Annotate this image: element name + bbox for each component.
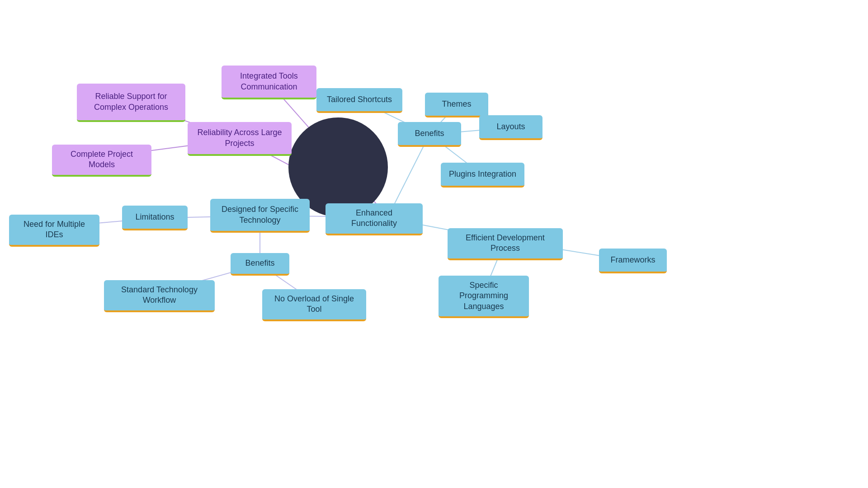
node-reliable-support[interactable]: Reliable Support for Complex Operations bbox=[77, 84, 185, 122]
node-label-benefits-right: Benefits bbox=[415, 128, 444, 139]
node-label-frameworks: Frameworks bbox=[610, 255, 655, 265]
node-designed-specific[interactable]: Designed for Specific Technology bbox=[210, 199, 310, 233]
node-label-no-overload: No Overload of Single Tool bbox=[269, 294, 359, 315]
node-efficient-dev[interactable]: Efficient Development Process bbox=[448, 228, 563, 260]
node-limitations[interactable]: Limitations bbox=[122, 206, 188, 230]
node-label-layouts: Layouts bbox=[496, 122, 525, 132]
node-label-plugins-integration: Plugins Integration bbox=[449, 169, 516, 179]
node-label-efficient-dev: Efficient Development Process bbox=[455, 233, 556, 254]
node-tailored-shortcuts[interactable]: Tailored Shortcuts bbox=[316, 88, 402, 113]
node-enhanced-functionality[interactable]: Enhanced Functionality bbox=[326, 203, 423, 235]
node-specific-programming[interactable]: Specific Programming Languages bbox=[439, 276, 529, 318]
node-label-specific-programming: Specific Programming Languages bbox=[446, 280, 522, 312]
node-no-overload[interactable]: No Overload of Single Tool bbox=[262, 289, 366, 321]
node-label-standard-workflow: Standard Technology Workflow bbox=[111, 285, 208, 306]
node-integrated-tools[interactable]: Integrated Tools Communication bbox=[222, 66, 316, 99]
node-need-multiple[interactable]: Need for Multiple IDEs bbox=[9, 215, 99, 247]
node-themes[interactable]: Themes bbox=[425, 93, 488, 117]
node-standard-workflow[interactable]: Standard Technology Workflow bbox=[104, 280, 215, 312]
node-label-reliable-support: Reliable Support for Complex Operations bbox=[84, 91, 178, 113]
node-label-themes: Themes bbox=[442, 99, 471, 109]
node-label-reliability: Reliability Across Large Projects bbox=[197, 127, 282, 149]
node-label-designed-specific: Designed for Specific Technology bbox=[217, 204, 302, 225]
node-frameworks[interactable]: Frameworks bbox=[599, 249, 667, 273]
node-layouts[interactable]: Layouts bbox=[479, 115, 542, 140]
node-complete-models[interactable]: Complete Project Models bbox=[52, 145, 151, 177]
node-benefits-bottom[interactable]: Benefits bbox=[231, 253, 289, 276]
node-reliability[interactable]: Reliability Across Large Projects bbox=[188, 122, 292, 156]
node-label-tailored-shortcuts: Tailored Shortcuts bbox=[327, 94, 392, 105]
node-label-benefits-bottom: Benefits bbox=[245, 258, 274, 268]
node-label-enhanced-functionality: Enhanced Functionality bbox=[333, 208, 415, 229]
mindmap-container: Reliability Across Large ProjectsReliabl… bbox=[0, 0, 868, 488]
node-benefits-right[interactable]: Benefits bbox=[398, 122, 461, 147]
node-label-complete-models: Complete Project Models bbox=[59, 149, 144, 170]
connections-svg bbox=[0, 0, 868, 488]
node-label-limitations: Limitations bbox=[135, 212, 174, 222]
node-plugins-integration[interactable]: Plugins Integration bbox=[441, 163, 524, 188]
node-label-integrated-tools: Integrated Tools Communication bbox=[229, 71, 309, 92]
node-label-need-multiple: Need for Multiple IDEs bbox=[16, 219, 92, 240]
